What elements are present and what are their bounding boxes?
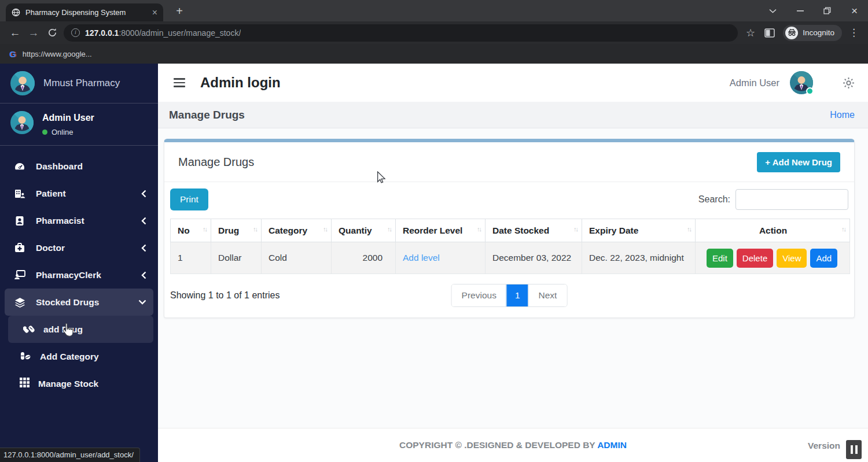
new-tab-button[interactable]: + [171,3,187,19]
sidebar-item-label: Patient [36,189,66,199]
back-icon[interactable]: ← [6,24,24,42]
brand-name: Mmust Pharmacy [43,77,120,89]
col-action[interactable]: Action↑↓ [696,219,850,242]
id-badge-icon [13,216,27,226]
gear-icon[interactable] [842,76,855,90]
sidebar-item-dashboard[interactable]: Dashboard [5,153,153,180]
col-no[interactable]: No↑↓ [171,219,211,242]
tab-title: Pharmacy Dispensing System [25,8,147,17]
sidebar-item-pharmacist[interactable]: Pharmacist [5,207,153,234]
chevron-left-icon [141,244,146,252]
address-bar[interactable]: i 127.0.0.1:8000/admin_user/manage_stock… [64,24,738,42]
sidebar-nav: Dashboard Patient Pharmacist [0,146,158,397]
close-window-icon[interactable]: × [841,0,868,21]
page-1-button[interactable]: 1 [506,284,528,306]
table-header-row: No↑↓ Drug↑↓ Category↑↓ Quantiy↑↓ Reorder… [171,219,850,242]
medical-bag-icon [13,243,27,253]
search-input[interactable] [735,189,848,210]
forward-icon[interactable]: → [24,24,43,42]
brand[interactable]: Mmust Pharmacy [0,64,158,104]
window-controls: × [759,0,868,21]
window-chevron-icon[interactable] [759,0,786,21]
sidebar-item-pharmacyclerk[interactable]: PharmacyClerk [5,261,153,289]
admin-link[interactable]: ADMIN [597,440,627,450]
layers-icon [13,297,27,308]
next-page-button[interactable]: Next [528,284,567,306]
header-avatar[interactable] [790,71,813,94]
desktop-user-icon [13,270,27,280]
sort-icon: ↑↓ [203,226,207,232]
sort-icon: ↑↓ [253,226,257,232]
cell-actions: Edit Delete View Add [696,242,850,274]
page-title: Admin login [200,75,281,91]
sort-icon: ↑↓ [477,226,481,232]
sort-icon: ↑↓ [687,226,691,232]
col-expiry-date[interactable]: Expiry Date↑↓ [582,219,696,242]
col-category[interactable]: Category↑↓ [262,219,332,242]
header-user-label: Admin User [730,77,779,88]
chevron-down-icon [138,300,146,305]
entries-summary: Showing 1 to 1 of 1 entries [170,290,279,301]
col-quantity[interactable]: Quantiy↑↓ [332,219,396,242]
reload-icon[interactable] [43,24,61,42]
bookmark-star-icon[interactable]: ☆ [746,27,755,39]
add-new-drug-button[interactable]: + Add New Drug [757,152,840,172]
col-date-stocked[interactable]: Date Stocked↑↓ [486,219,582,242]
search-label: Search: [698,194,730,205]
breadcrumb-title: Manage Drugs [169,109,245,121]
sidebar-subitem-label: Manage Stock [38,379,98,389]
google-favicon-icon: G [9,49,16,59]
pagination: Previous 1 Next [451,284,568,307]
sidebar-subitem-add-category[interactable]: Add Category [5,343,153,370]
tab-strip: Pharmacy Dispensing System × + × [0,0,868,21]
brand-avatar [10,71,35,95]
copyright-text: COPYRIGHT © .DESIGNED & DEVELOPED BY ADM… [158,440,868,450]
sidebar-item-stocked-drugs[interactable]: Stocked Drugs [5,289,153,316]
sidebar-subitem-label: add Drug [43,324,83,335]
online-status: Online [52,128,73,136]
sidebar-subitem-add-drug[interactable]: add Drug [8,316,153,343]
drugs-table: No↑↓ Drug↑↓ Category↑↓ Quantiy↑↓ Reorder… [170,219,850,274]
hospital-user-icon [13,189,27,199]
card-title: Manage Drugs [178,156,254,169]
tachometer-icon [13,161,27,172]
browser-tab[interactable]: Pharmacy Dispensing System × [6,3,163,21]
edit-button[interactable]: Edit [707,249,733,268]
pause-icon[interactable] [846,440,862,459]
side-panel-icon[interactable] [764,28,775,38]
url-host: 127.0.0.1 [85,28,119,38]
cell-reorder: Add level [396,242,486,274]
incognito-icon [785,27,798,39]
app-shell: Mmust Pharmacy Admin User Online Dashboa… [0,64,868,462]
manage-drugs-card: Manage Drugs + Add New Drug Print Search… [164,139,855,318]
cell-quantity: 2000 [332,242,396,274]
incognito-label: Incognito [803,28,834,37]
page-info-icon[interactable]: i [71,28,80,37]
sidebar-subitem-manage-stock[interactable]: Manage Stock [5,370,153,397]
cell-drug: Dollar [211,242,262,274]
bookmark-item[interactable]: https://www.google... [23,50,92,58]
print-button[interactable]: Print [170,189,208,210]
footer: COPYRIGHT © .DESIGNED & DEVELOPED BY ADM… [158,428,868,462]
cell-no: 1 [171,242,211,274]
hamburger-menu-icon[interactable] [174,78,185,87]
home-link[interactable]: Home [830,110,855,120]
minimize-icon[interactable] [786,0,814,21]
restore-icon[interactable] [814,0,841,21]
browser-menu-icon[interactable]: ⋮ [849,27,859,39]
sidebar-item-patient[interactable]: Patient [5,180,153,207]
version-label: Version [808,441,840,451]
top-navbar: Admin login Admin User [158,64,868,102]
view-button[interactable]: View [777,249,807,268]
tab-close-icon[interactable]: × [152,8,157,17]
browser-toolbar: ← → i 127.0.0.1:8000/admin_user/manage_s… [0,21,868,44]
col-reorder-level[interactable]: Reorder Level↑↓ [396,219,486,242]
previous-page-button[interactable]: Previous [452,284,506,306]
add-button[interactable]: Add [810,249,837,268]
add-level-link[interactable]: Add level [403,253,440,263]
sidebar-item-doctor[interactable]: Doctor [5,234,153,261]
capsule-icon [20,351,31,363]
sidebar-item-label: PharmacyClerk [36,270,101,280]
col-drug[interactable]: Drug↑↓ [211,219,262,242]
delete-button[interactable]: Delete [737,249,773,268]
